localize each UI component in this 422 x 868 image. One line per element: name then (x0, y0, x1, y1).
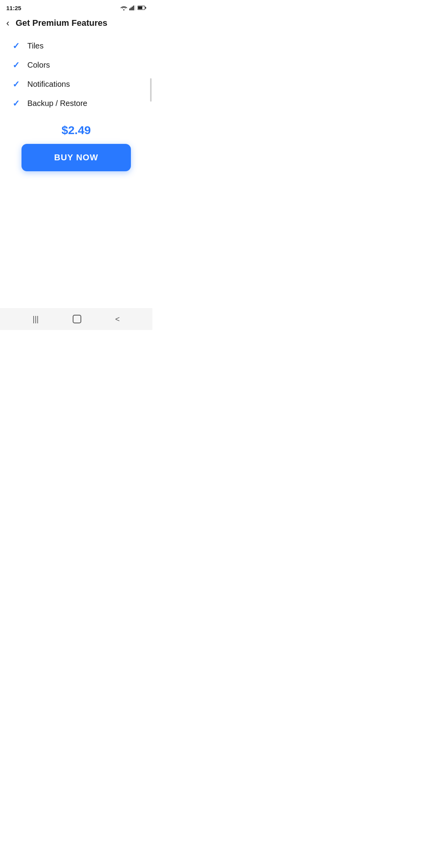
feature-item-backup: ✓ Backup / Restore (13, 99, 140, 108)
nav-back-button[interactable]: < (115, 315, 120, 324)
price-label: $2.49 (61, 124, 91, 136)
feature-item-colors: ✓ Colors (13, 61, 140, 70)
home-button[interactable] (73, 315, 81, 323)
price-section: $2.49 (0, 124, 152, 137)
svg-rect-1 (131, 7, 131, 10)
features-list: ✓ Tiles ✓ Colors ✓ Notifications ✓ Backu… (0, 34, 152, 108)
battery-icon (138, 5, 146, 10)
feature-item-notifications: ✓ Notifications (13, 80, 140, 89)
status-bar: 11:25 (0, 0, 152, 14)
feature-label-colors: Colors (27, 61, 50, 70)
feature-label-notifications: Notifications (27, 80, 70, 89)
recent-apps-button[interactable]: ||| (32, 315, 39, 324)
checkmark-notifications: ✓ (13, 80, 20, 89)
feature-label-backup: Backup / Restore (27, 99, 87, 108)
signal-icon (129, 5, 136, 11)
checkmark-tiles: ✓ (13, 42, 20, 50)
svg-rect-0 (129, 9, 130, 11)
feature-label-tiles: Tiles (27, 41, 43, 50)
page-title: Get Premium Features (16, 18, 107, 28)
svg-rect-4 (134, 5, 135, 11)
checkmark-colors: ✓ (13, 61, 20, 70)
status-time: 11:25 (6, 5, 21, 11)
svg-rect-7 (138, 6, 142, 9)
buy-now-button[interactable]: BUY NOW (21, 144, 131, 171)
back-button[interactable]: ‹ (6, 18, 9, 28)
header: ‹ Get Premium Features (0, 14, 152, 34)
status-icons (120, 5, 146, 11)
svg-rect-3 (133, 5, 134, 10)
svg-rect-2 (132, 7, 132, 11)
feature-item-tiles: ✓ Tiles (13, 41, 140, 50)
svg-rect-6 (145, 7, 146, 9)
scrollbar (150, 78, 152, 102)
bottom-nav: ||| < (0, 308, 152, 330)
wifi-icon (120, 5, 127, 11)
buy-button-container: BUY NOW (0, 144, 152, 171)
checkmark-backup: ✓ (13, 99, 20, 108)
